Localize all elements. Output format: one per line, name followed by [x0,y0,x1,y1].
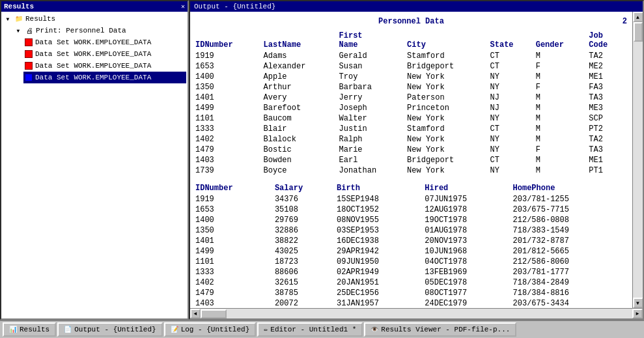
tree-dataset1[interactable]: Data Set WORK.EMPLOYEE_DATA [23,36,186,48]
col-header-gender: Gender [536,31,589,51]
taskbar-viewer[interactable]: 👁️ Results Viewer - PDF-file-p... [364,322,516,337]
table-cell: ME2 [589,61,627,72]
table-cell: TA3 [589,92,627,103]
table-cell: 03SEP1953 [337,225,425,236]
table-cell: Marie [339,145,408,155]
output-title-text: Output - {Untitled} [194,3,275,10]
vertical-scrollbar[interactable]: ▲ ▼ [632,12,643,308]
table-cell: 1350 [195,225,275,236]
log-icon: 📝 [171,326,178,333]
folder-icon: 📁 [14,14,24,24]
section-gap [195,176,627,184]
table-cell: 1479 [195,145,264,155]
print-icon: 🖨 [24,25,35,36]
table-cell: 1101 [195,113,264,124]
table-cell: 1479 [195,288,275,298]
table-cell: 08NOV1955 [337,215,425,225]
tree-print-node[interactable]: ▼ 🖨 Print: Personnel Data [13,25,186,36]
taskbar-output[interactable]: 📄 Output - {Untitled} [57,322,162,337]
scroll-thumb[interactable] [634,22,643,42]
table-cell: Troy [339,72,408,82]
table-cell: Baucom [264,113,339,124]
table-cell: 09JUN1950 [337,257,425,267]
results-icon: 📊 [9,326,17,333]
table-cell: Joseph [339,103,408,113]
table-cell: CT [490,61,536,72]
table-cell: New York [407,113,490,124]
table-cell: CT [490,51,536,61]
output-panel: Output - {Untitled} Personnel Data 2 IDN… [189,0,644,320]
h-scroll-thumb[interactable] [201,309,227,318]
tree-results-root[interactable]: ▼ 📁 Results [3,13,186,25]
table-cell: 43025 [275,246,337,257]
taskbar-editor[interactable]: ✏️ Editor - Untitled1 * [257,322,363,337]
table-row: 16533510818OCT195212AUG1978203/675-7715 [195,204,627,215]
table-cell: 88606 [275,267,337,277]
table-cell: 29APR1942 [337,246,425,257]
table-cell: 212/586-8060 [513,257,627,267]
table-cell: 1653 [195,61,264,72]
table-cell: Bridgeport [407,61,490,72]
table-cell: 38785 [275,288,337,298]
editor-icon: ✏️ [264,326,268,333]
output-icon: 📄 [64,326,72,333]
tree-dataset4[interactable]: Data Set WORK.EMPLOYEE_DATA [23,72,186,83]
table-row: 1402BlalockRalphNew YorkNYMTA2 [195,134,627,145]
table-row: 14013882216DEC193820NOV1973201/732-8787 [195,236,627,246]
output-body: Personnel Data 2 IDNumber LastName First… [190,12,643,308]
table-cell: 31JAN1957 [337,298,425,308]
table-cell: 32886 [275,225,337,236]
scroll-down-button[interactable]: ▼ [633,298,643,308]
tree-item-label: Data Set WORK.EMPLOYEE_DATA [35,74,151,81]
table-cell: PT2 [589,124,627,134]
table-cell: Gerald [339,51,408,61]
dataset-icon [23,61,34,71]
table-cell: 08OCT1977 [425,288,512,298]
table-row: 1653AlexanderSusanBridgeportCTFME2 [195,61,627,72]
table-cell: 04OCT1978 [425,257,512,267]
table-cell: PT1 [589,165,627,176]
scroll-up-button[interactable]: ▲ [633,12,643,22]
taskbar-results[interactable]: 📊 Results [3,322,56,337]
col-header-idnumber: IDNumber [195,31,264,51]
table-cell: CT [490,124,536,134]
close-icon[interactable]: ✕ [181,3,185,10]
viewer-icon: 👁️ [371,326,378,333]
table-cell: 12AUG1978 [425,204,512,215]
table-cell: M [536,92,589,103]
personnel-table-1: IDNumber LastName FirstName City State G… [195,31,627,176]
table-cell: Barbara [339,82,408,92]
col-header-state: State [490,31,536,51]
table-cell: 201/732-8787 [513,236,627,246]
tree-dataset2[interactable]: Data Set WORK.EMPLOYEE_DATA [23,48,186,60]
table-cell: 20072 [275,298,337,308]
tree-item-label: Print: Personnel Data [36,27,126,35]
table-cell: 07JUN1975 [425,194,512,204]
table-cell: 203/781-1777 [513,267,627,277]
table-cell: New York [407,134,490,145]
table-cell: Adams [264,51,339,61]
table-cell: Barefoot [264,103,339,113]
output-content-area[interactable]: Personnel Data 2 IDNumber LastName First… [190,12,632,308]
table-cell: 718/383-1549 [513,225,627,236]
tree-item-label: Results [25,15,55,23]
col-header-idnumber2: IDNumber [195,184,275,194]
table-row: 11011872309JUN195004OCT1978212/586-8060 [195,257,627,267]
table-cell: 203/675-3434 [513,298,627,308]
scroll-right-button[interactable]: ► [632,309,643,318]
table-cell: 20NOV1973 [425,236,512,246]
table-cell: 1919 [195,51,264,61]
tree-item-label: Data Set WORK.EMPLOYEE_DATA [35,50,151,58]
table-cell: Bostic [264,145,339,155]
table-cell: M [536,155,589,165]
tree-item-label: Data Set WORK.EMPLOYEE_DATA [35,38,151,46]
table-cell: 15SEP1948 [337,194,425,204]
scroll-track [633,22,643,298]
table-cell: 18OCT1952 [337,204,425,215]
scroll-left-button[interactable]: ◄ [190,309,201,318]
table-cell: TA2 [589,134,627,145]
table-cell: NJ [490,92,536,103]
tree-dataset3[interactable]: Data Set WORK.EMPLOYEE_DATA [23,60,186,72]
table-cell: Jonathan [339,165,408,176]
taskbar-log[interactable]: 📝 Log - {Untitled} [164,322,257,337]
